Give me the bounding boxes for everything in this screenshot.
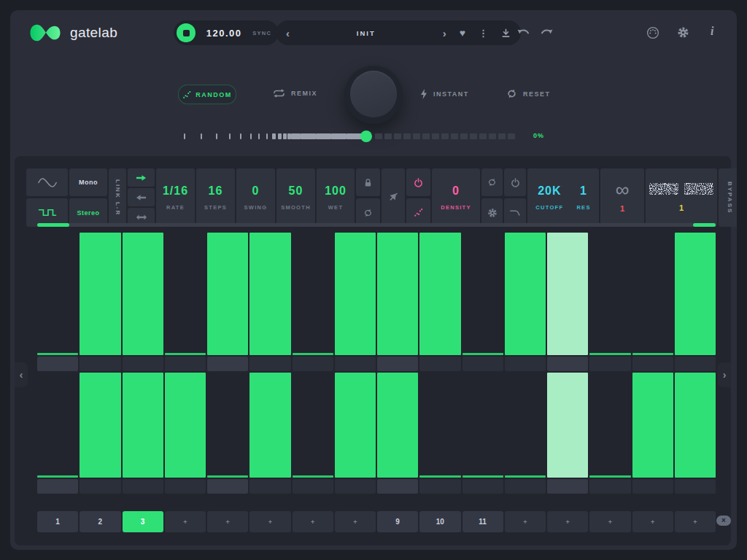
add-page-button[interactable]: + [249,511,290,532]
page-button-10[interactable]: 10 [419,511,460,532]
step-cell[interactable] [165,233,206,355]
step-cell[interactable] [505,373,546,478]
step-cell[interactable] [632,233,673,355]
step-cell[interactable] [207,373,248,478]
preset-next-button[interactable]: › [443,28,446,39]
lock-button[interactable] [356,168,380,196]
preset-name[interactable]: INIT [290,29,443,37]
add-page-button[interactable]: + [293,511,333,532]
step-bar [377,373,418,478]
step-cell[interactable] [165,373,206,478]
filter-cycle-button[interactable] [481,168,503,196]
bypass-button[interactable]: BYPASS [719,168,737,227]
flow-left-button[interactable] [128,188,155,206]
add-page-button[interactable]: + [505,511,546,532]
flow-right-button[interactable] [128,168,155,187]
step-cell[interactable] [335,233,376,355]
sequencer-prev-icon[interactable]: ‹ [15,362,28,387]
step-cell[interactable] [547,233,588,355]
step-cell[interactable] [589,233,630,355]
swing-control[interactable]: 0 SWING [236,168,275,227]
step-cell[interactable] [419,373,460,478]
wet-control[interactable]: 100 WET [317,168,355,227]
density-power-button[interactable] [406,168,430,196]
beat-cell [123,479,163,494]
link-lr-button[interactable]: LINK L-R [109,168,126,227]
rate-control[interactable]: 1/16 RATE [156,168,195,227]
wave-sine-button[interactable] [26,168,68,196]
mono-button[interactable]: Mono [69,168,107,196]
step-cell[interactable] [80,373,120,478]
add-page-button[interactable]: + [165,511,206,532]
random-button[interactable]: RANDOM [178,85,236,104]
page-button-11[interactable]: 11 [462,511,503,532]
density-control[interactable]: 0 DENSITY [432,168,480,227]
step-cell[interactable] [249,373,290,478]
preset-menu-icon[interactable]: ⋮ [479,28,488,39]
settings-gear-icon[interactable] [677,26,689,39]
step-cell[interactable] [37,373,78,478]
redo-icon[interactable] [540,27,554,36]
reset-button[interactable]: RESET [506,89,551,98]
step-cell[interactable] [589,373,630,478]
step-cell[interactable] [377,233,418,355]
step-cell[interactable] [123,373,163,478]
step-cell[interactable] [547,373,588,478]
sequencer-scrollbar[interactable] [37,223,716,227]
add-page-button[interactable]: + [335,511,376,532]
step-cell[interactable] [207,233,248,355]
add-page-button[interactable]: + [547,511,588,532]
beat-cell [632,479,673,494]
save-preset-icon[interactable] [501,28,511,38]
slider-handle[interactable] [360,131,372,142]
step-cell[interactable] [249,233,290,355]
sequencer-next-icon[interactable]: › [718,362,731,387]
page-button-2[interactable]: 2 [80,511,120,532]
square-wave-icon [37,206,58,219]
step-cell[interactable] [293,373,333,478]
steps-control[interactable]: 16 STEPS [196,168,235,227]
page-button-1[interactable]: 1 [37,511,78,532]
step-cell[interactable] [80,233,120,355]
delete-page-button[interactable]: × [716,516,731,526]
swing-value: 0 [252,184,260,198]
add-page-button[interactable]: + [589,511,630,532]
stop-button[interactable] [177,23,196,42]
step-cell[interactable] [632,373,673,478]
step-cell[interactable] [462,233,503,355]
filter-control[interactable]: 20K CUTOFF 1 RES [527,168,599,227]
remix-button[interactable]: REMIX [273,89,317,98]
instant-button[interactable]: INSTANT [420,89,469,99]
step-cell[interactable] [377,373,418,478]
undo-icon[interactable] [516,27,530,36]
step-cell[interactable] [37,233,78,355]
bpm-value[interactable]: 120.00 [206,28,242,39]
randomize-slider[interactable] [182,131,518,141]
favorite-icon[interactable]: ♥ [460,27,465,39]
step-empty-marker [589,353,630,355]
step-cell[interactable] [123,233,163,355]
add-page-button[interactable]: + [207,511,248,532]
page-button-3[interactable]: 3 [123,511,163,532]
page-button-9[interactable]: 9 [377,511,418,532]
step-cell[interactable] [335,373,376,478]
filter-power-button[interactable] [504,168,526,196]
lowpass-slope-icon [509,209,521,217]
repeat-control[interactable]: ∞ 1 [600,168,644,227]
step-cell[interactable] [419,233,460,355]
step-bar [123,233,163,355]
step-cell[interactable] [293,233,333,355]
pattern-control[interactable]: 1 [646,168,717,227]
add-page-button[interactable]: + [675,511,716,532]
step-cell[interactable] [505,233,546,355]
step-cell[interactable] [462,373,503,478]
step-cell[interactable] [675,373,716,478]
sync-toggle[interactable]: SYNC [252,30,271,36]
step-cell[interactable] [675,233,716,355]
midi-icon[interactable] [646,26,659,39]
gate-knob[interactable] [344,64,403,124]
smooth-control[interactable]: 50 SMOOTH [276,168,315,227]
mouse-disable-button[interactable] [382,168,405,227]
add-page-button[interactable]: + [632,511,673,532]
info-icon[interactable]: i [711,25,713,38]
